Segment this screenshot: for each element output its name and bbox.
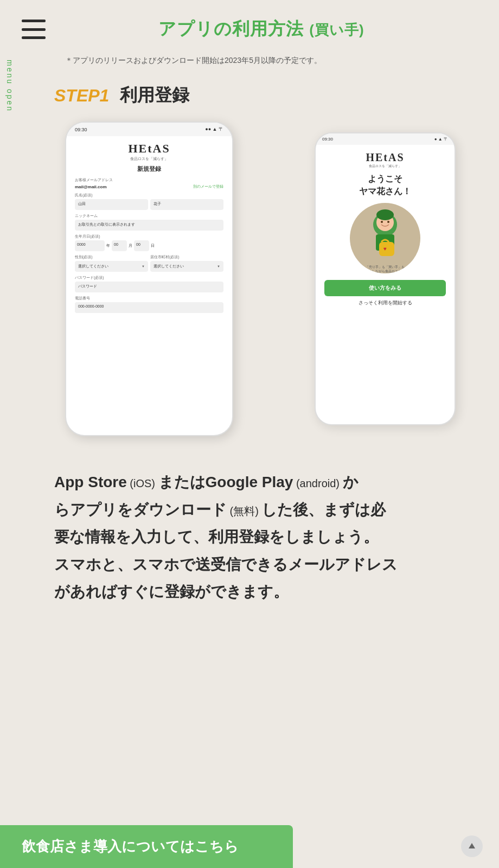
svg-point-3 [381, 221, 383, 223]
gender-select[interactable]: 選択してください ▼ [75, 261, 148, 272]
status-bar-front: 09:30 ●● ▲ 〒 [66, 123, 232, 136]
page-title: アプリの利用方法 (買い手) [46, 17, 477, 41]
app-logo-front: HEtAS 食品ロスを「減らす」 [75, 142, 223, 162]
step-label: STEP1 利用登録 [0, 71, 499, 116]
phone-front: 09:30 ●● ▲ 〒 HEtAS 食品ロスを「減らす」 新規登録 お客様メー… [65, 122, 233, 436]
bottom-cta-text: 飲食店さま導入についてはこちら [22, 838, 239, 854]
app-logo-sub-front: 食品ロスを「減らす」 [75, 156, 223, 162]
email-section: お客様メールアドレス mail@mail.com 別のメールで登録 [75, 177, 223, 189]
phone-mockup-area: 09:30 ●● ▲ 〒 HEtAS 食品ロスを「減らす」 新規登録 お客様メー… [0, 116, 499, 452]
gender-dropdown-arrow: ▼ [142, 265, 145, 268]
password-input[interactable]: パスワード [75, 282, 223, 292]
birthday-section: 生年月日(必須) 0000 年 00 月 00 日 [75, 234, 223, 251]
menu-open-label[interactable]: menu open [5, 60, 14, 112]
password-section: パスワード(必須) パスワード [75, 275, 223, 292]
name-section: 氏名(必須) 山田 花子 [75, 193, 223, 210]
nickname-section: ニックネーム お取引先との取引に表示されます [75, 213, 223, 231]
scroll-up-arrow[interactable] [461, 835, 483, 857]
app-logo-text-back: HEtAS [324, 151, 446, 164]
svg-point-4 [387, 221, 389, 223]
phone-input[interactable]: 000-0000-0000 [75, 302, 223, 313]
gender-label: 性別(必須) [75, 254, 148, 260]
month-input[interactable]: 00 [112, 240, 127, 251]
name-row: 山田 花子 [75, 199, 223, 210]
usage-guide-button[interactable]: 使い方をみる [324, 280, 446, 296]
svg-point-2 [376, 209, 394, 220]
phone-front-content: HEtAS 食品ロスを「減らす」 新規登録 お客様メールアドレス mail@ma… [66, 136, 232, 322]
last-name-input[interactable]: 山田 [75, 199, 148, 210]
phone-back-content: HEtAS 食品ロスを「減らす」 ようこそ ヤマ花さん！ [316, 145, 455, 313]
day-input[interactable]: 00 [134, 240, 149, 251]
description-section: App Store (iOS) またはGoogle Play (android)… [0, 452, 499, 622]
svg-text:トクをしながら食品ロスを削減: トクをしながら食品ロスを削減 [362, 270, 408, 273]
email-row: mail@mail.com 別のメールで登録 [75, 184, 223, 189]
character-area: ♥ 「売り手」も「買い手」も トクをしながら食品ロスを削減 [324, 203, 446, 273]
birthday-label: 生年月日(必須) [75, 234, 223, 239]
character-circle: ♥ 「売り手」も「買い手」も トクをしながら食品ロスを削減 [350, 203, 420, 273]
year-unit: 年 [106, 243, 110, 248]
phone-label: 電話番号 [75, 296, 223, 301]
step-number: STEP1 [54, 86, 109, 106]
first-name-input[interactable]: 花子 [150, 199, 223, 210]
release-notice: ＊アプリのリリースおよびダウンロード開始は2023年5月以降の予定です。 [0, 50, 499, 71]
svg-text:「売り手」も「買い手」も: 「売り手」も「買い手」も [366, 265, 405, 269]
start-button[interactable]: さっそく利用を開始する [324, 299, 446, 307]
residence-select[interactable]: 選択してください ▼ [150, 261, 223, 272]
form-title: 新規登録 [75, 165, 223, 173]
gender-residence-section: 性別(必須) 選択してください ▼ 居住市町村(必須) 選択してください ▼ [75, 254, 223, 272]
nickname-input[interactable]: お取引先との取引に表示されます [75, 220, 223, 231]
nickname-label: ニックネーム [75, 213, 223, 219]
app-logo-sub-back: 食品ロスを「減らす」 [324, 164, 446, 169]
email-value: mail@mail.com [75, 184, 107, 189]
email-label: お客様メールアドレス [75, 177, 223, 183]
svg-rect-6 [379, 242, 394, 256]
app-logo-text-front: HEtAS [75, 142, 223, 156]
phone-back: 09:30 ● ▲ 〒 HEtAS 食品ロスを「減らす」 ようこそ ヤマ花さん！ [315, 132, 456, 425]
year-input[interactable]: 0000 [75, 240, 105, 251]
residence-label: 居住市町村(必須) [150, 254, 223, 260]
description-text: App Store (iOS) またはGoogle Play (android)… [54, 469, 456, 605]
day-unit: 日 [151, 243, 155, 248]
birthday-row: 0000 年 00 月 00 日 [75, 240, 223, 251]
gender-residence-row: 性別(必須) 選択してください ▼ 居住市町村(必須) 選択してください ▼ [75, 254, 223, 272]
month-unit: 月 [129, 243, 132, 248]
hamburger-menu-icon[interactable] [22, 20, 46, 39]
name-label: 氏名(必須) [75, 193, 223, 198]
welcome-text: ようこそ ヤマ花さん！ [324, 173, 446, 197]
step-title: 利用登録 [120, 84, 189, 107]
residence-dropdown-arrow: ▼ [217, 265, 220, 268]
phone-section: 電話番号 000-0000-0000 [75, 296, 223, 313]
email-change-link[interactable]: 別のメールで登録 [193, 184, 223, 189]
app-logo-back: HEtAS 食品ロスを「減らす」 [324, 151, 446, 169]
svg-text:♥: ♥ [383, 246, 387, 252]
password-label: パスワード(必須) [75, 275, 223, 280]
status-bar-back: 09:30 ● ▲ 〒 [316, 133, 455, 145]
bottom-cta-bar[interactable]: 飲食店さま導入についてはこちら [0, 825, 293, 868]
header: アプリの利用方法 (買い手) [0, 0, 499, 50]
